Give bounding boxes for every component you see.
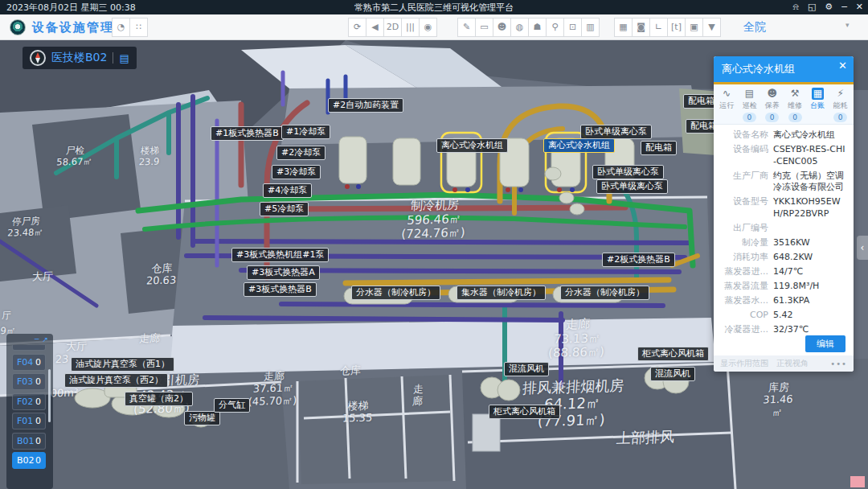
equipment-label[interactable]: #2冷却泵	[276, 146, 326, 160]
equipment-label[interactable]: 柜式离心风机箱	[489, 405, 560, 419]
equipment-label[interactable]: 油式旋片真空泵（西2）	[64, 373, 168, 388]
field-row: 冷凝器进... 32/37℃	[719, 324, 847, 335]
equipment-label[interactable]: #4冷却泵	[263, 183, 312, 198]
schedule-icon[interactable]: ▣	[685, 18, 703, 37]
compass-icon	[30, 50, 46, 66]
pipeline-icon[interactable]: ∟	[649, 18, 668, 37]
pie-chart-icon[interactable]: ◔	[112, 18, 130, 37]
screenshot-icon[interactable]: ◱	[808, 0, 816, 14]
equipment-label[interactable]: 分水器（制冷机房）	[560, 286, 649, 300]
equipment-label[interactable]: 离心式冷水机组	[543, 138, 615, 153]
floor-row-F01[interactable]: F010	[12, 413, 46, 429]
people-icon[interactable]: ☻	[493, 18, 511, 37]
tab-run[interactable]: ∿ 运行	[715, 88, 738, 124]
equipment-label[interactable]: #1板式换热器B	[211, 126, 284, 141]
camera-icon[interactable]: ☗	[528, 18, 547, 37]
bell-icon[interactable]: ⍾	[793, 0, 799, 14]
filter-icon[interactable]: ▼	[702, 18, 721, 37]
equipment-label[interactable]: #2自动加药装置	[328, 98, 403, 113]
tag-icon[interactable]: ▭	[475, 18, 493, 37]
equipment-label[interactable]: 油式旋片真空泵（西1）	[71, 357, 174, 372]
tab-maintain[interactable]: ☻ 保养 0	[761, 88, 784, 124]
toolbar-group-view: ⟳◀2D|||◉	[349, 18, 437, 37]
floor-row-F04[interactable]: F040	[12, 354, 46, 371]
tab-energy-icon: ⚡	[837, 88, 843, 100]
equipment-label[interactable]: 卧式单级离心泵	[592, 165, 664, 179]
minimize-icon[interactable]: ─	[841, 0, 847, 14]
equipment-label[interactable]: #3板式换热器A	[247, 265, 320, 280]
search-icon[interactable]: ⚲	[546, 18, 564, 37]
tab-repair[interactable]: ⚒ 维修 0	[784, 88, 806, 124]
chevron-down-icon[interactable]: ▾	[845, 21, 850, 29]
equipment-label[interactable]: 卧式单级离心泵	[580, 125, 652, 139]
cursor-icon[interactable]: ◀	[366, 18, 384, 37]
panel-collapse-icon[interactable]: ‹	[857, 236, 868, 260]
equipment-label[interactable]: 分气缸	[214, 398, 250, 413]
scope-select[interactable]: 全院	[743, 20, 766, 35]
grid-icon[interactable]: ∷	[129, 18, 148, 37]
hospital-logo-icon	[10, 19, 26, 35]
panel-fields: 设备名称 离心式冷水机组 设备编码 CSEYBY-RES-CHI-CENC005…	[714, 125, 854, 335]
field-row: 蒸发器水... 61.3KPA	[719, 295, 847, 307]
floor-row-F05[interactable]: F050	[12, 345, 46, 351]
equipment-label[interactable]: #2板式换热器B	[602, 253, 675, 267]
floor-rows: F050 F040 F030 F020 F010 B010 B020	[6, 345, 53, 488]
3d-viewport[interactable]: 制冷机房 596.46㎡ (724.76㎡)走廊 73.13㎡ (88.86㎡)…	[0, 40, 868, 489]
equipment-label[interactable]: 混流风机	[504, 362, 549, 376]
equipment-label[interactable]: 柜式离心风机箱	[637, 347, 709, 361]
tab-energy[interactable]: ⚡ 能耗 0	[829, 88, 851, 124]
field-row: 出厂编号	[719, 223, 847, 235]
tab-ledger[interactable]: ▦ 台账	[806, 88, 829, 124]
video-icon[interactable]: ◙	[632, 18, 650, 37]
panel-title: 离心式冷水机组	[722, 62, 795, 76]
more-icon[interactable]: •••	[830, 360, 847, 368]
footer-scope-toggle[interactable]: 显示作用范围	[720, 358, 768, 369]
equipment-label[interactable]: 集水器（制冷机房）	[457, 286, 546, 300]
equipment-label[interactable]: 分水器（制冷机房）	[351, 286, 440, 300]
equipment-label[interactable]: 配电箱	[641, 141, 677, 155]
globe-icon[interactable]: ◍	[510, 18, 529, 37]
eye-icon[interactable]: ◉	[419, 18, 437, 37]
footer-view-toggle[interactable]: 正视视角	[776, 358, 809, 369]
expand-icon[interactable]: ↗	[42, 335, 48, 345]
floor-scrollbar[interactable]	[48, 369, 51, 422]
building-list-icon[interactable]: ▤	[119, 52, 129, 64]
floor-row-B01[interactable]: B010	[12, 433, 46, 450]
equipment-label[interactable]: 混流风机	[650, 367, 695, 381]
floor-row-B02[interactable]: B020	[12, 452, 46, 469]
window-controls: ⍾◱⚙─✕	[793, 0, 863, 14]
tab-run-icon: ∿	[723, 88, 731, 100]
equipment-label[interactable]: 真空罐（南2）	[125, 392, 193, 406]
chart-icon[interactable]: ▥	[581, 18, 600, 37]
close-icon[interactable]: ✕	[856, 0, 863, 14]
field-row: 设备名称 离心式冷水机组	[719, 129, 847, 142]
floor-row-F02[interactable]: F020	[12, 393, 46, 410]
equipment-label[interactable]: #1冷却泵	[281, 125, 330, 139]
tab-ledger-icon: ▦	[812, 88, 824, 100]
measure-icon[interactable]: ✎	[457, 18, 476, 37]
corner-marker	[850, 476, 865, 487]
equipment-label[interactable]: #3板式换热器B	[244, 282, 317, 297]
equipment-label[interactable]: 离心式冷水机组	[436, 138, 508, 153]
table-icon[interactable]: ▦	[614, 18, 633, 37]
equipment-label[interactable]: #3板式换热机组#1泵	[231, 248, 329, 262]
equipment-label[interactable]: 卧式单级离心泵	[596, 179, 668, 194]
close-icon[interactable]: ✕	[838, 60, 847, 72]
tab-inspect[interactable]: ▤ 巡检 0	[738, 88, 760, 124]
reset-view-icon[interactable]: ⟳	[348, 18, 366, 37]
equipment-label[interactable]: #5冷却泵	[260, 202, 309, 216]
2d-icon[interactable]: 2D	[383, 18, 402, 37]
columns-icon[interactable]: |||	[401, 18, 420, 37]
building-selector-chip[interactable]: 医技楼B02 ▤	[23, 47, 137, 69]
settings-icon[interactable]: ⚙	[825, 0, 833, 14]
floor-row-F03[interactable]: F030	[12, 373, 46, 390]
text-label-icon[interactable]: [t]	[667, 18, 686, 37]
equipment-label[interactable]: #3冷却泵	[272, 165, 321, 179]
equipment-label[interactable]: 污物罐	[184, 411, 220, 425]
toolbar-group-tools: ✎▭☻◍☗⚲⊡▥	[458, 18, 600, 37]
note-icon[interactable]: ⊡	[563, 18, 582, 37]
app-window: 2023年08月02日 星期三 00:38 常熟市第二人民医院三维可视化管理平台…	[0, 0, 868, 489]
toolbar-group-widgets: ◔∷	[113, 18, 148, 37]
minimize-icon[interactable]: ─	[35, 335, 39, 345]
edit-button[interactable]: 编辑	[805, 335, 845, 352]
